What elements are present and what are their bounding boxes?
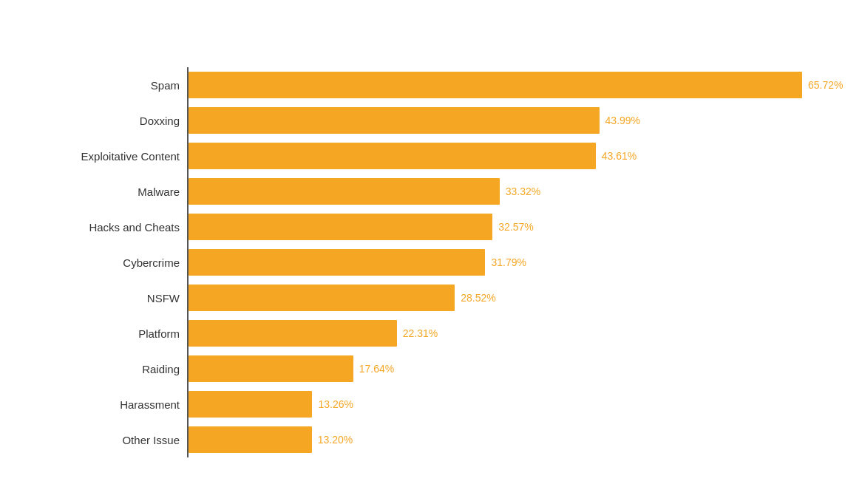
- bar-fill: [189, 355, 353, 382]
- bar-fill: [189, 391, 312, 418]
- bar-track: 33.32%: [189, 178, 540, 205]
- bar-track: 28.52%: [189, 285, 496, 311]
- bar-value-label: 33.32%: [506, 185, 540, 197]
- bar-value-label: 17.64%: [359, 363, 394, 375]
- bar-fill: [189, 143, 596, 169]
- bar-label: Doxxing: [39, 115, 180, 127]
- bar-track: 13.26%: [189, 391, 353, 418]
- bar-value-label: 22.31%: [403, 327, 438, 339]
- bar-value-label: 28.52%: [461, 292, 495, 304]
- bar-fill: [189, 249, 485, 276]
- bar-label: Exploitative Content: [39, 150, 180, 163]
- bar-row: Harassment13.26%: [189, 386, 808, 422]
- bar-label: Malware: [39, 185, 180, 198]
- bar-value-label: 13.20%: [318, 434, 353, 446]
- bar-label: NSFW: [39, 292, 180, 304]
- bar-fill: [189, 107, 600, 134]
- bar-track: 31.79%: [189, 249, 526, 276]
- bar-label: Platform: [39, 327, 180, 340]
- bar-row: Exploitative Content43.61%: [189, 138, 808, 174]
- bar-row: Malware33.32%: [189, 174, 808, 209]
- bar-value-label: 13.26%: [318, 398, 353, 410]
- bar-label: Harassment: [39, 398, 180, 411]
- bar-track: 32.57%: [189, 214, 534, 240]
- bar-row: Spam65.72%: [189, 67, 808, 103]
- bar-track: 22.31%: [189, 320, 438, 347]
- bar-row: Platform22.31%: [189, 316, 808, 351]
- bar-row: Raiding17.64%: [189, 351, 808, 386]
- bar-fill: [189, 72, 802, 98]
- bar-row: Hacks and Cheats32.57%: [189, 209, 808, 245]
- bar-value-label: 43.99%: [605, 115, 640, 126]
- chart-container: Spam65.72%Doxxing43.99%Exploitative Cont…: [24, 24, 838, 480]
- bar-row: Other Issue13.20%: [189, 422, 808, 457]
- bar-fill: [189, 426, 312, 453]
- bar-fill: [189, 214, 492, 240]
- bar-value-label: 43.61%: [602, 150, 637, 162]
- bar-value-label: 65.72%: [808, 79, 843, 91]
- bar-row: Cybercrime31.79%: [189, 245, 808, 280]
- bar-row: Doxxing43.99%: [189, 103, 808, 138]
- bar-track: 43.61%: [189, 143, 637, 169]
- bar-label: Spam: [39, 79, 180, 92]
- bar-fill: [189, 320, 397, 347]
- bar-track: 13.20%: [189, 426, 353, 453]
- bar-track: 17.64%: [189, 355, 394, 382]
- bar-label: Cybercrime: [39, 256, 180, 269]
- bar-label: Other Issue: [39, 434, 180, 446]
- bar-value-label: 32.57%: [498, 221, 533, 233]
- chart-body: Spam65.72%Doxxing43.99%Exploitative Cont…: [187, 67, 808, 457]
- bar-label: Hacks and Cheats: [39, 221, 180, 234]
- bar-row: NSFW28.52%: [189, 280, 808, 316]
- bar-track: 65.72%: [189, 72, 843, 98]
- bar-fill: [189, 178, 500, 205]
- bar-label: Raiding: [39, 363, 180, 375]
- bar-value-label: 31.79%: [491, 256, 526, 268]
- bar-track: 43.99%: [189, 107, 640, 134]
- bar-fill: [189, 285, 455, 311]
